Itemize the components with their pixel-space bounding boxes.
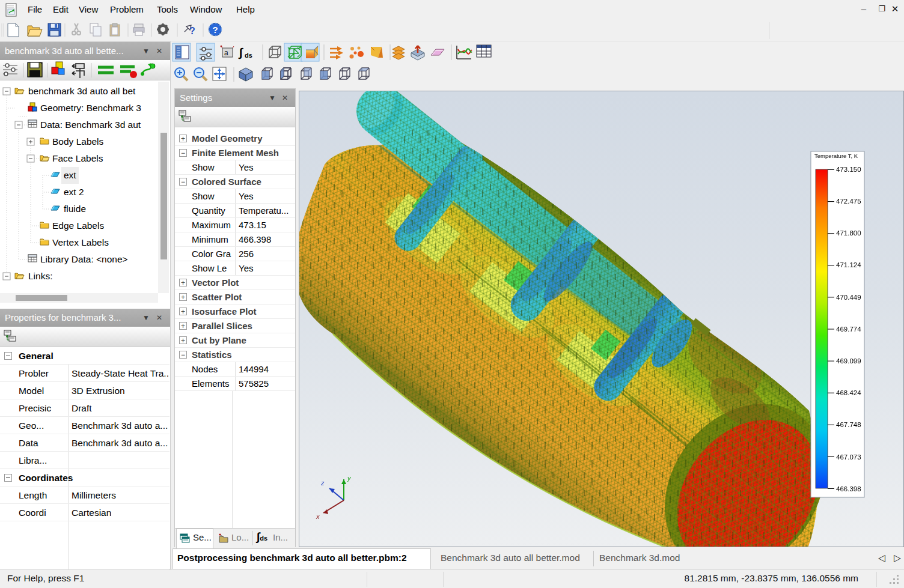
svg-text:z: z: [320, 479, 325, 486]
svg-text:x: x: [316, 513, 320, 520]
svg-text:469.774: 469.774: [836, 326, 861, 333]
svg-text:ds: ds: [245, 52, 252, 59]
svg-text:472.475: 472.475: [836, 198, 861, 205]
svg-text:471.800: 471.800: [836, 229, 861, 237]
svg-text:467.748: 467.748: [836, 421, 861, 428]
svg-text:∫: ∫: [238, 46, 243, 59]
svg-text:469.099: 469.099: [836, 357, 861, 365]
svg-text:a: a: [224, 49, 228, 57]
svg-text:?: ?: [189, 26, 195, 36]
svg-text:470.449: 470.449: [836, 294, 861, 301]
svg-text:Temperature T, K: Temperature T, K: [814, 153, 858, 159]
svg-text:471.124: 471.124: [836, 261, 861, 268]
svg-text:467.073: 467.073: [836, 453, 861, 461]
svg-text:473.150: 473.150: [836, 166, 861, 173]
svg-text:466.398: 466.398: [836, 485, 861, 493]
svg-text:468.424: 468.424: [836, 389, 861, 396]
svg-text:?: ?: [213, 25, 218, 35]
